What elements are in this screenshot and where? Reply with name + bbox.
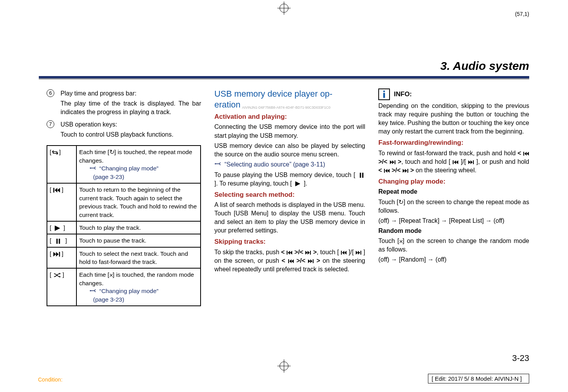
next-track-icon [53, 252, 60, 257]
play-icon [295, 181, 300, 186]
svg-marker-53 [471, 160, 473, 164]
svg-marker-10 [55, 225, 60, 231]
svg-rect-49 [453, 160, 454, 164]
paragraph: Connecting the USB memory device into th… [214, 123, 365, 140]
paragraph: USB memory device can also be played by … [214, 142, 365, 159]
next-track-icon [305, 251, 311, 255]
cell-desc: Each time [↻] is touched, the repeat mod… [76, 146, 201, 183]
svg-marker-26 [305, 251, 308, 255]
item-title: Play time and progress bar: [61, 89, 201, 98]
crop-mark-top [277, 2, 291, 15]
svg-marker-13 [53, 252, 56, 257]
svg-rect-48 [395, 160, 395, 164]
svg-marker-37 [291, 259, 294, 263]
paragraph: (off) → [Repeat Track] → [Repeat List] →… [378, 217, 529, 225]
previous-track-icon [341, 251, 347, 255]
hw-key: < >/< > [281, 249, 317, 255]
svg-marker-38 [308, 259, 310, 263]
section-heading: USB memory device player op- erationAIVI… [214, 88, 365, 110]
repeat-icon [51, 150, 59, 155]
svg-marker-56 [385, 169, 388, 173]
previous-track-icon [53, 188, 60, 193]
footer-condition: Condition: [38, 376, 62, 383]
pause-icon [360, 173, 364, 178]
footer-edit-info: [ Edit: 2017/ 5/ 8 Model: AIVINJ-N ] [428, 374, 529, 383]
svg-rect-40 [313, 259, 313, 263]
table-row: [ ] Touch to return to the beginning of … [47, 183, 201, 221]
svg-marker-25 [290, 251, 293, 255]
svg-rect-42 [383, 93, 385, 98]
table-row: [ ] Each time [⨉] is touched, the random… [47, 268, 201, 306]
svg-marker-57 [387, 169, 390, 173]
cell-desc: Touch to return to the beginning of the … [76, 183, 201, 221]
svg-rect-35 [288, 259, 289, 263]
content-columns: 6 Play time and progress bar: The play t… [47, 88, 529, 306]
cell-text: Each time [⨉] is touched, the random mod… [79, 271, 194, 286]
xref-page: (page 3-23) [89, 296, 198, 304]
svg-marker-33 [358, 251, 360, 255]
svg-rect-20 [360, 173, 361, 178]
svg-rect-23 [287, 251, 287, 255]
svg-rect-7 [53, 188, 54, 193]
svg-point-41 [383, 90, 385, 92]
heading-line1: USB memory device player op- [214, 89, 332, 99]
column-1: 6 Play time and progress bar: The play t… [47, 88, 201, 306]
play-icon [55, 225, 60, 231]
paragraph: A list of search methods is displayed in… [214, 201, 365, 235]
svg-rect-21 [362, 173, 363, 178]
next-track-icon [355, 251, 362, 255]
table-row: [] Each time [↻] is touched, the repeat … [47, 146, 201, 183]
svg-marker-47 [392, 160, 394, 164]
svg-rect-15 [59, 252, 60, 257]
svg-point-19 [215, 163, 216, 165]
subheading-search: Selecting search method: [214, 190, 365, 199]
svg-marker-36 [289, 259, 291, 263]
list-item: 6 Play time and progress bar: The play t… [47, 89, 201, 120]
svg-marker-44 [525, 152, 527, 156]
paragraph: Depending on the condition, skipping to … [378, 102, 529, 136]
svg-rect-55 [384, 169, 385, 173]
cell-icon-play: [ ] [47, 221, 76, 234]
svg-point-18 [90, 290, 91, 291]
cell-icon-shuffle: [ ] [47, 268, 76, 306]
cell-text: Each time [↻] is touched, the repeat mod… [79, 149, 192, 163]
chapter-title: 3. Audio system [440, 59, 529, 73]
info-callout: INFO: [378, 88, 529, 100]
subheading-ff: Fast-forwarding/rewinding: [378, 138, 529, 147]
previous-track-icon [384, 169, 390, 173]
paragraph: Touch [⨉] on the screen to change the ra… [378, 237, 529, 254]
next-track-icon [308, 259, 314, 263]
table-row: [ ] Touch to play the track. [47, 221, 201, 234]
text-fragment: To skip the tracks, push [214, 249, 281, 255]
column-3: INFO: Depending on the condition, skippi… [378, 88, 529, 306]
svg-marker-50 [454, 160, 456, 164]
xref: “Changing play mode” (page 3-23) [89, 287, 198, 304]
text-fragment: To pause playing the USB memory device, … [214, 172, 355, 178]
shuffle-icon [53, 272, 61, 278]
cell-icon-prev: [ ] [47, 183, 76, 221]
text-fragment: ]. [304, 180, 307, 187]
text-fragment: , touch and hold [ [401, 158, 450, 165]
hand-icon [214, 160, 223, 169]
cell-desc: Touch to select the next track. Touch an… [76, 247, 201, 269]
page-note-top: (57,1) [515, 11, 529, 17]
xref-label: “Changing play mode” [99, 165, 159, 172]
svg-marker-59 [405, 169, 407, 173]
svg-marker-31 [344, 251, 346, 255]
paragraph: (off) → [Random] → (off) [378, 255, 529, 264]
next-track-icon [390, 160, 396, 164]
svg-marker-52 [468, 160, 471, 164]
svg-marker-51 [456, 160, 459, 164]
column-2: USB memory device player op- erationAIVI… [214, 88, 365, 306]
text-fragment: ]/[ [461, 158, 466, 165]
svg-marker-14 [56, 252, 59, 257]
svg-marker-27 [308, 251, 310, 255]
svg-marker-39 [310, 259, 313, 263]
svg-rect-12 [59, 239, 60, 244]
svg-point-6 [90, 167, 91, 168]
cell-desc: Touch to play the track. [76, 221, 201, 234]
item-desc: The play time of the track is displayed.… [61, 99, 201, 116]
paragraph: To skip the tracks, push < >/< >, touch … [214, 248, 365, 274]
xref-text: “Selecting audio source” (page 3-11) [224, 161, 325, 168]
cell-icon-repeat: [] [47, 146, 76, 183]
